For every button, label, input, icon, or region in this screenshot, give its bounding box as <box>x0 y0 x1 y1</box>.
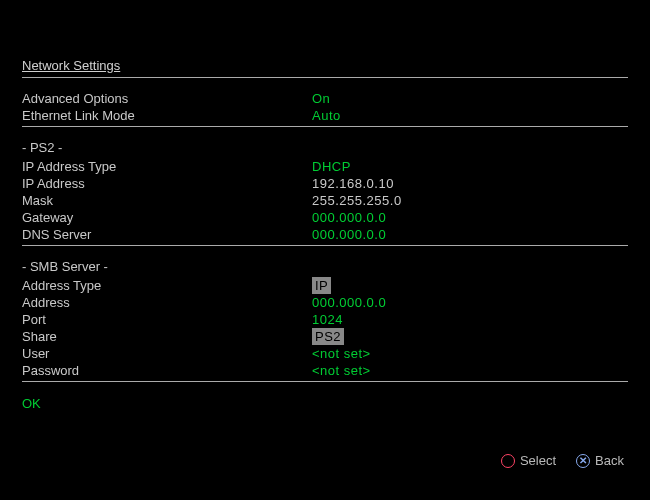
row-value[interactable]: DHCP <box>312 158 351 175</box>
back-label: Back <box>595 453 624 468</box>
settings-row[interactable]: SharePS2 <box>22 328 628 345</box>
row-label: Advanced Options <box>22 90 312 107</box>
row-value[interactable]: 192.168.0.10 <box>312 175 394 192</box>
divider <box>22 126 628 127</box>
row-label: Address <box>22 294 312 311</box>
settings-row[interactable]: Mask255.255.255.0 <box>22 192 628 209</box>
cross-icon: ✕ <box>576 454 590 468</box>
row-value[interactable]: PS2 <box>312 328 344 345</box>
section-smb-label: - SMB Server - <box>22 258 628 275</box>
settings-row[interactable]: Gateway000.000.0.0 <box>22 209 628 226</box>
row-value[interactable]: <not set> <box>312 345 371 362</box>
row-label: User <box>22 345 312 362</box>
settings-row[interactable]: User<not set> <box>22 345 628 362</box>
settings-row[interactable]: Address TypeIP <box>22 277 628 294</box>
row-value[interactable]: 1024 <box>312 311 343 328</box>
settings-row[interactable]: Ethernet Link ModeAuto <box>22 107 628 124</box>
footer-hints: Select ✕ Back <box>501 453 624 468</box>
page-title: Network Settings <box>22 58 628 73</box>
row-label: IP Address Type <box>22 158 312 175</box>
row-value[interactable]: 000.000.0.0 <box>312 226 386 243</box>
row-value[interactable]: <not set> <box>312 362 371 379</box>
section-ps2-label: - PS2 - <box>22 139 628 156</box>
row-value[interactable]: IP <box>312 277 331 294</box>
settings-row[interactable]: IP Address TypeDHCP <box>22 158 628 175</box>
ok-button[interactable]: OK <box>22 396 628 411</box>
settings-row[interactable]: Advanced OptionsOn <box>22 90 628 107</box>
settings-row[interactable]: Address000.000.0.0 <box>22 294 628 311</box>
settings-row[interactable]: IP Address192.168.0.10 <box>22 175 628 192</box>
row-label: Share <box>22 328 312 345</box>
row-label: IP Address <box>22 175 312 192</box>
circle-icon <box>501 454 515 468</box>
row-label: Ethernet Link Mode <box>22 107 312 124</box>
select-hint: Select <box>501 453 556 468</box>
row-label: DNS Server <box>22 226 312 243</box>
row-label: Mask <box>22 192 312 209</box>
divider <box>22 77 628 78</box>
row-label: Gateway <box>22 209 312 226</box>
row-value[interactable]: Auto <box>312 107 341 124</box>
select-label: Select <box>520 453 556 468</box>
back-hint: ✕ Back <box>576 453 624 468</box>
settings-row[interactable]: Port1024 <box>22 311 628 328</box>
settings-row[interactable]: Password<not set> <box>22 362 628 379</box>
divider <box>22 245 628 246</box>
row-label: Password <box>22 362 312 379</box>
row-value[interactable]: 000.000.0.0 <box>312 209 386 226</box>
row-value[interactable]: 255.255.255.0 <box>312 192 402 209</box>
row-label: Port <box>22 311 312 328</box>
divider <box>22 381 628 382</box>
row-label: Address Type <box>22 277 312 294</box>
row-value[interactable]: On <box>312 90 330 107</box>
settings-row[interactable]: DNS Server000.000.0.0 <box>22 226 628 243</box>
row-value[interactable]: 000.000.0.0 <box>312 294 386 311</box>
